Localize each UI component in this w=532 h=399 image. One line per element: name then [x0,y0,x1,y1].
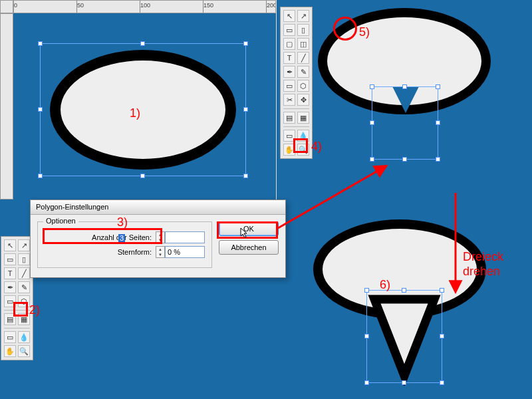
annotation-rotate-label: Dreieck drehen [463,249,503,279]
selection-handle[interactable] [440,334,444,338]
panel-top-right: ↖ ↗ ▭ ▯ ▢ ◫ T ╱ ✒ ✎ ▭ ⬡ ✂ ✥ ▤ ▦ ▭ 💧 ✋ 🔍 … [277,0,532,200]
gap-tool[interactable]: ▯ [297,24,309,36]
gradient-tool[interactable]: ▤ [283,112,295,124]
canvas[interactable]: 1) [13,13,276,200]
annotation-highlight-sides [43,228,162,244]
sides-spinner[interactable]: ▲▼ 3 [156,231,205,243]
selection-box[interactable] [40,43,246,176]
selection-handle[interactable] [402,84,407,89]
gap-tool[interactable]: ▯ [18,253,30,265]
selection-handle[interactable] [364,334,369,338]
page-tool[interactable]: ▭ [283,24,295,36]
toolbox: ↖ ↗ ▭ ▯ ▢ ◫ T ╱ ✒ ✎ ▭ ⬡ ✂ ✥ ▤ ▦ ▭ 💧 ✋ 🔍 [280,7,313,159]
annotation-5: 5) [359,25,370,39]
swatch-tool[interactable]: ▦ [297,112,309,124]
eyedropper-icon [340,23,350,34]
cursor-icon [239,227,249,239]
eyedropper-tool[interactable]: 💧 [18,331,30,343]
toolbox-divider [283,108,309,109]
selection-tool[interactable]: ↖ [283,10,295,22]
polygon-tool[interactable]: ⬡ [297,80,309,92]
selection-handle[interactable] [38,174,43,178]
selection-tool[interactable]: ↖ [4,239,16,251]
panel-top-left: 0 50 100 150 200 1) [0,0,276,200]
options-legend: Optionen [43,217,78,225]
selection-handle[interactable] [370,157,374,162]
note-tool[interactable]: ▭ [4,331,16,343]
pencil-tool[interactable]: ✎ [18,281,30,293]
pen-tool[interactable]: ✒ [283,66,295,78]
sides-input[interactable] [165,231,205,243]
pen-tool[interactable]: ✒ [4,281,16,293]
pencil-tool[interactable]: ✎ [297,66,309,78]
selection-box[interactable] [372,86,438,160]
annotation-4: 4) [311,140,322,154]
selection-handle[interactable] [436,84,440,89]
selection-handle[interactable] [370,120,374,125]
line-tool[interactable]: ╱ [18,267,30,279]
selection-handle[interactable] [440,288,444,293]
text-tool[interactable]: T [283,52,295,64]
selection-box[interactable] [366,290,442,383]
ruler-vertical [0,13,13,200]
spinner-arrows-icon[interactable]: ▲▼ [156,246,165,258]
rect-frame-tool[interactable]: ▭ [283,80,295,92]
ruler-tick: 200 [267,2,276,9]
direct-selection-tool[interactable]: ↗ [297,10,309,22]
ruler-tick: 100 [140,2,150,9]
selection-handle[interactable] [140,174,145,178]
annotation-3: 3) [117,215,128,229]
annotation-highlight-4 [293,138,308,153]
text-tool[interactable]: T [4,267,16,279]
selection-handle[interactable] [38,41,43,46]
frame-tool[interactable]: ▢ [283,38,295,50]
ruler-tick: 0 [14,2,17,9]
selection-handle[interactable] [436,120,440,125]
toolbox-divider [4,328,30,329]
hand-tool[interactable]: ✋ [4,345,16,357]
star-input[interactable] [165,246,205,258]
selection-handle[interactable] [402,288,406,293]
star-spinner[interactable]: ▲▼ [156,246,205,258]
annotation-2: 2) [29,303,40,317]
selection-handle[interactable] [436,157,440,162]
selection-handle[interactable] [243,107,248,112]
selection-handle[interactable] [38,107,43,112]
annotation-1: 1) [130,106,140,120]
selection-handle[interactable] [364,380,369,385]
annotation-highlight-2 [13,302,28,317]
line-tool[interactable]: ╱ [297,52,309,64]
ruler-tick: 50 [77,2,84,9]
toolbox-divider [283,126,309,127]
selection-handle[interactable] [243,41,248,46]
selection-handle[interactable] [402,157,407,162]
selection-handle[interactable] [402,380,406,385]
ruler-origin [0,0,13,13]
selection-handle[interactable] [140,41,145,46]
selection-handle[interactable] [370,84,374,89]
ruler-tick: 150 [203,2,213,9]
direct-selection-tool[interactable]: ↗ [18,239,30,251]
free-transform-tool[interactable]: ✥ [297,94,309,106]
star-label: Sternform: [118,248,152,256]
selection-handle[interactable] [440,380,444,385]
polygon-settings-dialog: Polygon-Einstellungen Optionen Anzahl de… [30,200,286,278]
scissors-tool[interactable]: ✂ [283,94,295,106]
cancel-button[interactable]: Abbrechen [219,240,279,255]
content-tool[interactable]: ◫ [297,38,309,50]
panel-bottom-right: 6) Dreieck drehen [277,200,532,399]
zoom-tool[interactable]: 🔍 [18,345,30,357]
ruler-horizontal: 0 50 100 150 200 [13,0,276,13]
selection-handle[interactable] [243,174,248,178]
annotation-6: 6) [380,278,390,292]
dialog-title[interactable]: Polygon-Einstellungen [31,200,285,215]
page-tool[interactable]: ▭ [4,253,16,265]
toolbox: ↖ ↗ ▭ ▯ T ╱ ✒ ✎ ▭ ⬡ ▤ ▦ ▭ 💧 ✋ 🔍 [1,236,33,360]
selection-handle[interactable] [364,288,369,293]
